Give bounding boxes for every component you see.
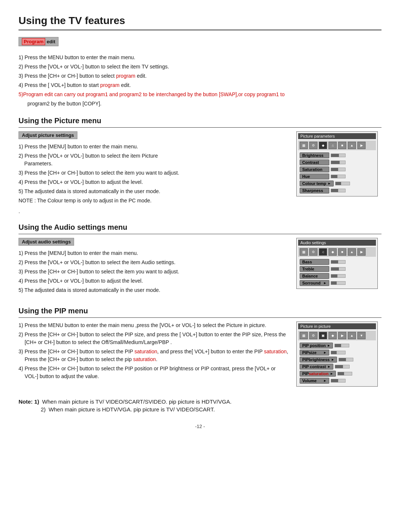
pip-step4-text: Press the [CH+ or CH-] button to select … xyxy=(24,365,289,380)
program-step-5-cont: program2 by the button [COPY]. xyxy=(19,100,381,108)
pic-item-hue-bar xyxy=(331,175,346,178)
aud-icon-picture: ◆ xyxy=(329,248,337,256)
aud-icon-active: ♫ xyxy=(319,248,327,256)
picture-mockup-icons: ▩ ⚙ ◆ ♫ ■ ▲ ▶ xyxy=(298,141,376,150)
pic-item-contrast-bar xyxy=(331,161,346,164)
pic-item-colour-temp-bar xyxy=(335,182,350,185)
aud-item-balance-bar xyxy=(331,274,346,278)
pip-menu-mockup-col: Picture in picture ▩ ⚙ ▣ ◆ ▶ ▲ ▼ PIP pos… xyxy=(296,321,381,390)
pip-saturation3: saturation xyxy=(133,356,156,362)
picture-menu-text: Adjust picture settings 1) Press the [ME… xyxy=(19,131,289,214)
pic-note: NOTE : The Colour temp is only to adjust… xyxy=(19,197,289,205)
pip-item-saturation: PIP saturation ► xyxy=(300,371,374,377)
pip-item-position: PIP position ► xyxy=(300,343,374,349)
aud-icon-extra: ▶ xyxy=(357,248,366,256)
program-step4-highlight: program xyxy=(100,82,120,88)
audio-divider xyxy=(19,234,381,234)
program-edit-section: Program edit 1) Press the MENU button to… xyxy=(19,37,381,108)
mockup-icon-sound: ♫ xyxy=(329,142,337,149)
adjust-audio-label: Adjust audio settings xyxy=(19,238,74,246)
mockup-icon-picture: ◆ xyxy=(319,142,327,149)
pip-icon-picture: ◆ xyxy=(329,332,337,339)
pic-item-sharpness: Sharpness xyxy=(300,188,374,193)
program-step-4: 4) Press the [ VOL+] button to start pro… xyxy=(19,81,381,89)
pic-item-brightness: Brightness xyxy=(300,152,374,158)
pip-menu-text: 1) Press the MENU button to enter the ma… xyxy=(19,321,289,384)
pic-item-saturation-bar xyxy=(331,168,346,171)
audio-mockup-header: Audio settings xyxy=(298,240,376,246)
program-edit-steps: 1) Press the MENU button to enter the ma… xyxy=(19,54,381,108)
aud-step-2: 2) Press the [VOL+ or VOL-] button to se… xyxy=(19,259,289,266)
pip-step-3: 3) Press the [CH+ or CH-] button to sele… xyxy=(19,348,289,363)
aud-item-treble: Treble xyxy=(300,266,374,272)
note-line-1: Note: 1) When main picture is TV/ VIDEO/… xyxy=(19,398,381,405)
picture-mockup-header: Picture parameters xyxy=(298,133,376,139)
pic-item-sharpness-label: Sharpness xyxy=(300,188,329,193)
pip-item-pipsize-label: PIPsize ► xyxy=(300,350,329,356)
audio-menu-text: Adjust audio settings 1) Press the [MENU… xyxy=(19,238,289,298)
aud-step-5: 5) The adjusted data is stored automatic… xyxy=(19,286,289,294)
pic-step-3: 3) Press the [CH+ or CH-] button to sele… xyxy=(19,169,289,177)
picture-menu-content: Adjust picture settings 1) Press the [ME… xyxy=(19,131,381,214)
picture-steps: 1) Press the [MENU] button to enter the … xyxy=(19,143,289,205)
page-number: -12 - xyxy=(19,424,381,429)
picture-menu-section: Using the Picture menu Adjust picture se… xyxy=(19,117,381,214)
pip-icon-info: ▲ xyxy=(348,332,356,339)
aud-icon-tv: ▩ xyxy=(300,248,308,256)
pic-item-saturation: Saturation xyxy=(300,166,374,172)
pip-icon-settings: ⚙ xyxy=(309,332,317,339)
pic-item-contrast: Contrast xyxy=(300,159,374,165)
aud-item-bass-label: Bass xyxy=(300,259,329,265)
pip-menu-section: Using the PIP menu 1) Press the MENU but… xyxy=(19,307,381,390)
aud-icon-info: ▲ xyxy=(348,248,356,256)
aud-item-treble-label: Treble xyxy=(300,266,329,272)
pip-item-brightness-bar xyxy=(339,358,353,361)
pip-step2-text: Press the [CH+ or CH-] button to select … xyxy=(24,331,289,346)
pip-menu-content: 1) Press the MENU button to enter the ma… xyxy=(19,321,381,390)
pip-saturation-red: saturation xyxy=(309,371,329,376)
mockup-icon-settings: ⚙ xyxy=(309,142,317,149)
aud-item-bass: Bass xyxy=(300,259,374,265)
pip-icon-extra: ▼ xyxy=(357,332,366,339)
program-step3-highlight: program xyxy=(116,73,135,79)
pic-item-hue-label: Hue xyxy=(300,174,329,179)
pip-item-position-bar xyxy=(334,344,349,347)
note-num-2: 2) xyxy=(41,406,46,413)
picture-menu-heading: Using the Picture menu xyxy=(19,117,381,125)
program-edit-rest: edit xyxy=(47,39,55,44)
program-edit-label: Program edit xyxy=(19,37,59,46)
pip-item-volume-label: Volume ► xyxy=(300,378,329,384)
pip-item-contrast: PIP contrast ► xyxy=(300,364,374,370)
note-label: Note: 1) xyxy=(19,398,39,405)
pip-step4-num: 4) xyxy=(19,365,23,380)
pip-item-volume: Volume ► xyxy=(300,378,374,384)
program-step-1: 1) Press the MENU button to enter the ma… xyxy=(19,54,381,61)
pip-step2-num: 2) xyxy=(19,331,23,346)
note-text-1: When main picture is TV/ VIDEO/SCART/SVI… xyxy=(42,398,231,405)
aud-item-bass-bar xyxy=(331,260,346,264)
aud-item-sorround-bar xyxy=(331,281,346,285)
pic-step-4: 4) Press the [VOL+ or VOL-] button to ad… xyxy=(19,178,289,186)
program-highlight: Program xyxy=(22,38,45,45)
pip-step3-num: 3) xyxy=(19,348,23,363)
pip-mockup-icons: ▩ ⚙ ▣ ◆ ▶ ▲ ▼ xyxy=(298,331,376,340)
pip-item-saturation-label: PIP saturation ► xyxy=(300,371,336,377)
aud-item-sorround-label: Sorround ► xyxy=(300,280,329,286)
pip-icon-tv: ▩ xyxy=(300,332,308,339)
pip-divider xyxy=(19,317,381,318)
pip-mockup: Picture in picture ▩ ⚙ ▣ ◆ ▶ ▲ ▼ PIP pos… xyxy=(296,321,378,387)
program-step-2: 2) Press the [VOL+ or VOL-] button to se… xyxy=(19,63,381,71)
pip-icon-color: ▶ xyxy=(338,332,346,339)
picture-divider xyxy=(19,127,381,128)
picture-mockup-items: Brightness Contrast Saturation Hue xyxy=(298,152,376,193)
program-step-3: 3) Press the [CH+ or CH-] button to sele… xyxy=(19,72,381,80)
pic-step-1: 1) Press the [MENU] button to enter the … xyxy=(19,143,289,151)
picture-parameters-mockup: Picture parameters ▩ ⚙ ◆ ♫ ■ ▲ ▶ Brightn… xyxy=(296,131,378,196)
mockup-icon-color: ■ xyxy=(338,142,346,149)
pic-item-sharpness-bar xyxy=(331,189,346,192)
audio-menu-section: Using the Audio settings menu Adjust aud… xyxy=(19,223,381,298)
audio-steps: 1) Press the [MENU] button to enter the … xyxy=(19,249,289,294)
pip-item-position-label: PIP position ► xyxy=(300,343,333,349)
pic-item-brightness-label: Brightness xyxy=(300,152,329,158)
pip-saturation1: saturation xyxy=(134,349,157,354)
